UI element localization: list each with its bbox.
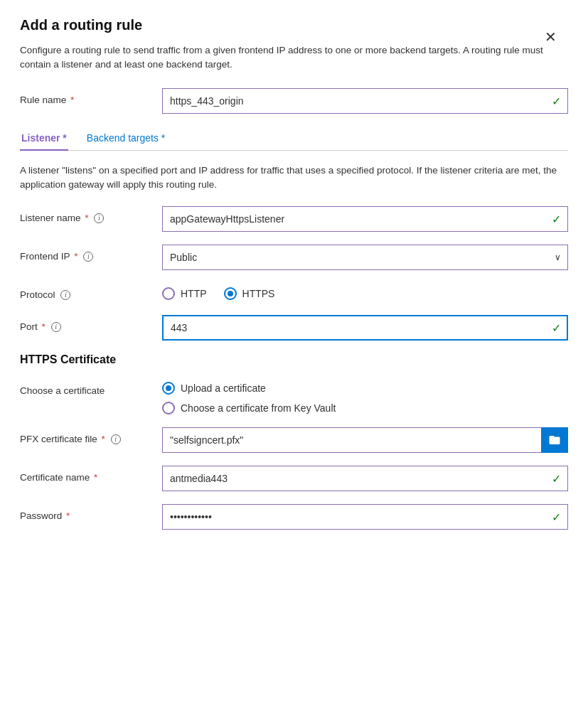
- listener-name-row: Listener name * i ✓: [20, 206, 568, 232]
- port-control: ✓: [162, 315, 568, 341]
- cert-keyvault-radio[interactable]: [162, 402, 175, 414]
- rule-name-label: Rule name *: [20, 88, 162, 107]
- frontend-ip-info-icon: i: [83, 252, 93, 262]
- listener-description: A listener "listens" on a specified port…: [20, 164, 568, 193]
- password-row: Password * ✓: [20, 504, 568, 530]
- protocol-https-dot: [228, 291, 233, 296]
- choose-certificate-label: Choose a certificate: [20, 379, 162, 398]
- frontend-ip-control: Public Private ∨: [162, 245, 568, 270]
- protocol-row: Protocol i HTTP HTTPS: [20, 283, 568, 302]
- listener-name-label: Listener name * i: [20, 206, 162, 225]
- close-icon: ✕: [545, 29, 557, 45]
- protocol-https-radio[interactable]: [224, 287, 237, 300]
- cert-upload-option[interactable]: Upload a certificate: [162, 382, 568, 395]
- cert-keyvault-option[interactable]: Choose a certificate from Key Vault: [162, 402, 568, 414]
- cert-name-control: ✓: [162, 466, 568, 491]
- frontend-ip-row: Frontend IP * i Public Private ∨: [20, 245, 568, 270]
- https-certificate-heading: HTTPS Certificate: [20, 353, 568, 366]
- password-label: Password *: [20, 504, 162, 523]
- cert-upload-dot: [166, 385, 171, 391]
- password-control: ✓: [162, 504, 568, 530]
- certificate-options-control: Upload a certificate Choose a certificat…: [162, 379, 568, 414]
- port-check-icon: ✓: [552, 321, 561, 334]
- pfx-wrapper: [162, 427, 568, 453]
- protocol-http-radio[interactable]: [162, 287, 175, 300]
- protocol-https-option[interactable]: HTTPS: [224, 287, 275, 300]
- protocol-label: Protocol i: [20, 283, 162, 302]
- tabs-container: Listener * Backend targets *: [20, 127, 568, 151]
- pfx-browse-button[interactable]: [541, 427, 568, 453]
- pfx-file-input[interactable]: [162, 427, 541, 453]
- port-row: Port * i ✓: [20, 315, 568, 341]
- frontend-ip-select[interactable]: Public Private: [162, 245, 568, 270]
- page-description: Configure a routing rule to send traffic…: [20, 43, 568, 73]
- tab-listener[interactable]: Listener *: [20, 127, 68, 151]
- password-input[interactable]: [162, 504, 568, 530]
- port-input[interactable]: [162, 315, 568, 341]
- port-label: Port * i: [20, 315, 162, 334]
- certificate-options: Upload a certificate Choose a certificat…: [162, 379, 568, 414]
- protocol-http-option[interactable]: HTTP: [162, 287, 207, 300]
- listener-name-check-icon: ✓: [552, 213, 561, 226]
- cert-upload-radio[interactable]: [162, 382, 175, 395]
- listener-name-control: ✓: [162, 206, 568, 232]
- cert-keyvault-label: Choose a certificate from Key Vault: [181, 402, 336, 414]
- cert-name-check-icon: ✓: [552, 471, 561, 485]
- password-check-icon: ✓: [552, 510, 561, 523]
- cert-name-input[interactable]: [162, 466, 568, 491]
- page-title: Add a routing rule: [20, 17, 568, 33]
- protocol-control: HTTP HTTPS: [162, 283, 568, 300]
- cert-name-row: Certificate name * ✓: [20, 466, 568, 491]
- pfx-info-icon: i: [111, 434, 121, 444]
- cert-upload-label: Upload a certificate: [181, 382, 266, 394]
- pfx-file-control: [162, 427, 568, 453]
- protocol-info-icon: i: [60, 290, 70, 300]
- choose-certificate-row: Choose a certificate Upload a certificat…: [20, 379, 568, 414]
- cert-name-label: Certificate name *: [20, 466, 162, 485]
- rule-name-input[interactable]: [162, 88, 568, 114]
- port-info-icon: i: [51, 322, 61, 332]
- frontend-ip-label: Frontend IP * i: [20, 245, 162, 264]
- pfx-file-row: PFX certificate file * i: [20, 427, 568, 453]
- rule-name-row: Rule name * ✓: [20, 88, 568, 114]
- tab-backend-targets[interactable]: Backend targets *: [85, 127, 167, 151]
- listener-name-info-icon: i: [94, 213, 104, 223]
- protocol-http-label: HTTP: [181, 288, 207, 299]
- pfx-file-label: PFX certificate file * i: [20, 427, 162, 446]
- protocol-group: HTTP HTTPS: [162, 283, 568, 300]
- rule-name-control: ✓: [162, 88, 568, 114]
- rule-name-check-icon: ✓: [552, 94, 561, 107]
- protocol-https-label: HTTPS: [242, 288, 275, 299]
- listener-name-input[interactable]: [162, 206, 568, 232]
- folder-icon: [548, 434, 561, 446]
- close-button[interactable]: ✕: [545, 28, 557, 46]
